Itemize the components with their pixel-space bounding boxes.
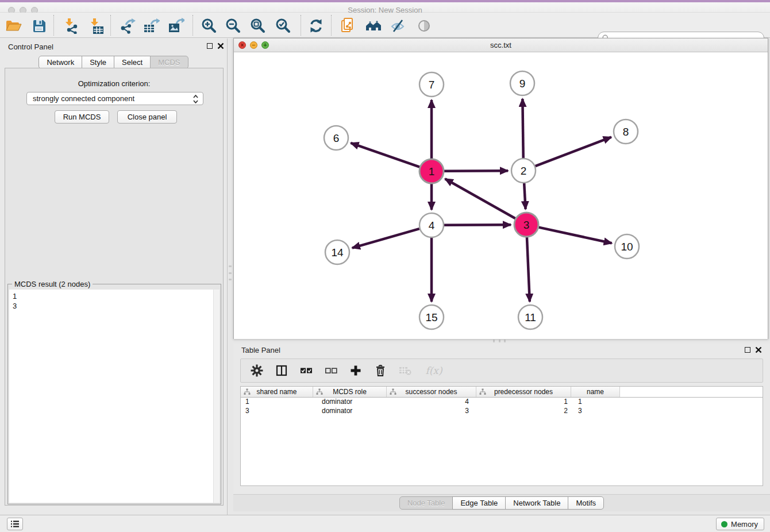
memory-button[interactable]: Memory bbox=[716, 518, 764, 530]
zoom-fit-icon[interactable] bbox=[249, 17, 267, 34]
app-titlebar: Session: New Session bbox=[0, 0, 770, 13]
graph-edge-3-1[interactable] bbox=[445, 179, 515, 218]
graph-node-label-4: 4 bbox=[429, 219, 435, 232]
memory-status-icon bbox=[721, 521, 727, 527]
network-window-title: scc.txt bbox=[234, 41, 768, 49]
run-mcds-button[interactable]: Run MCDS bbox=[55, 110, 109, 124]
graph-edge-4-3[interactable] bbox=[444, 225, 511, 225]
mcds-result-textarea[interactable]: 1 3 bbox=[9, 290, 220, 503]
table-tab-1[interactable]: Edge Table bbox=[452, 496, 506, 510]
node-table-header: shared name MCDS role successor nodes pr… bbox=[241, 387, 763, 398]
save-session-icon[interactable] bbox=[30, 17, 48, 34]
float-panel-icon[interactable] bbox=[207, 43, 213, 49]
export-image-icon[interactable] bbox=[167, 17, 184, 34]
control-tab-2[interactable]: Select bbox=[114, 56, 151, 69]
mcds-result-group: MCDS result (2 nodes) 1 3 bbox=[7, 284, 221, 504]
table-row[interactable]: 1 dominator 4 1 1 bbox=[241, 398, 763, 407]
mcds-panel: Optimization criterion: strongly connect… bbox=[5, 68, 224, 506]
network-window-titlebar[interactable]: × − + scc.txt bbox=[234, 38, 768, 52]
control-panel: Control Panel Network Style Select MCDS … bbox=[0, 38, 228, 515]
export-network-icon[interactable] bbox=[118, 17, 136, 34]
column-header-filler bbox=[620, 387, 763, 397]
column-header-shared-name[interactable]: shared name bbox=[241, 387, 313, 397]
column-header-predecessor-nodes[interactable]: predecessor nodes bbox=[476, 387, 571, 397]
table-row[interactable]: 3 dominator 3 2 3 bbox=[241, 407, 763, 416]
column-header-mcds-role[interactable]: MCDS role bbox=[313, 387, 387, 397]
table-panel-title: Table Panel bbox=[241, 346, 280, 354]
column-type-icon bbox=[244, 388, 251, 395]
toolbar-separator bbox=[301, 15, 301, 36]
close-panel-icon[interactable] bbox=[217, 43, 224, 49]
vertical-splitter-handle[interactable] bbox=[229, 265, 232, 280]
graph-node-label-8: 8 bbox=[623, 126, 629, 138]
zoom-out-icon[interactable] bbox=[225, 17, 242, 34]
graph-node-label-1: 1 bbox=[429, 165, 435, 178]
graph-edge-1-6[interactable] bbox=[351, 143, 419, 167]
graph-edge-2-3[interactable] bbox=[524, 183, 525, 209]
network-window: × − + scc.txt 7968124314101511 bbox=[233, 38, 768, 339]
table-settings-icon[interactable] bbox=[250, 364, 264, 377]
import-network-icon[interactable] bbox=[63, 17, 80, 34]
control-tab-0[interactable]: Network bbox=[38, 56, 82, 69]
optimization-criterion-label: Optimization criterion: bbox=[5, 79, 223, 88]
graph-edge-1-2[interactable] bbox=[444, 171, 508, 171]
deselect-all-icon[interactable] bbox=[324, 364, 338, 377]
graph-node-label-6: 6 bbox=[333, 132, 340, 144]
graph-node-label-2: 2 bbox=[521, 165, 527, 177]
toolbar-separator bbox=[53, 15, 54, 36]
delete-table-icon[interactable] bbox=[398, 364, 412, 377]
toolbar-separator bbox=[331, 15, 332, 36]
column-type-icon bbox=[316, 388, 323, 395]
first-neighbors-icon[interactable] bbox=[365, 17, 382, 34]
graph-edge-2-8[interactable] bbox=[536, 137, 611, 167]
node-table: shared name MCDS role successor nodes pr… bbox=[240, 386, 763, 486]
graph-edge-2-9[interactable] bbox=[522, 99, 523, 158]
show-all-icon[interactable] bbox=[415, 17, 433, 34]
zoom-selected-icon[interactable] bbox=[275, 17, 292, 34]
control-tab-3[interactable]: MCDS bbox=[150, 56, 188, 69]
toggle-columns-icon[interactable] bbox=[275, 364, 288, 377]
graph-edge-3-10[interactable] bbox=[538, 228, 611, 244]
network-canvas[interactable]: 7968124314101511 bbox=[234, 52, 768, 339]
task-history-button[interactable] bbox=[7, 518, 23, 530]
control-panel-header: Control Panel bbox=[0, 38, 227, 53]
close-panel-button[interactable]: Close panel bbox=[117, 110, 177, 124]
import-table-icon[interactable] bbox=[88, 17, 105, 34]
criterion-select[interactable]: strongly connected component bbox=[26, 92, 203, 105]
graph-edge-4-14[interactable] bbox=[352, 229, 419, 248]
graph-node-label-11: 11 bbox=[525, 311, 536, 323]
mcds-result-scrollbar[interactable] bbox=[213, 290, 220, 503]
float-table-panel-icon[interactable] bbox=[745, 347, 750, 353]
hide-selected-icon[interactable] bbox=[390, 17, 407, 34]
graph-edge-3-11[interactable] bbox=[527, 237, 530, 302]
column-type-icon bbox=[479, 388, 486, 395]
table-panel: Table Panel bbox=[233, 344, 770, 511]
open-session-icon[interactable] bbox=[5, 17, 22, 34]
graph-node-label-9: 9 bbox=[519, 78, 526, 90]
table-tab-3[interactable]: Motifs bbox=[568, 496, 604, 510]
close-table-panel-icon[interactable] bbox=[755, 346, 762, 353]
delete-selection-icon[interactable] bbox=[374, 364, 387, 377]
add-column-icon[interactable] bbox=[349, 364, 363, 377]
graph-node-label-10: 10 bbox=[621, 241, 633, 253]
mcds-result-title: MCDS result (2 nodes) bbox=[12, 280, 93, 288]
control-panel-tabs: Network Style Select MCDS bbox=[0, 56, 227, 69]
toolbar-separator bbox=[192, 15, 193, 36]
select-all-icon[interactable] bbox=[299, 364, 313, 377]
zoom-in-icon[interactable] bbox=[201, 17, 218, 34]
fx-label: f(x) bbox=[425, 365, 442, 376]
horizontal-splitter-handle[interactable] bbox=[493, 340, 506, 342]
table-tab-2[interactable]: Network Table bbox=[505, 496, 568, 510]
column-header-name[interactable]: name bbox=[571, 387, 620, 397]
function-builder-icon[interactable]: f(x) bbox=[423, 364, 445, 377]
clone-network-icon[interactable] bbox=[340, 17, 357, 34]
column-header-successor-nodes[interactable]: successor nodes bbox=[387, 387, 476, 397]
column-type-icon bbox=[390, 388, 396, 395]
criterion-value: strongly connected component bbox=[33, 94, 134, 103]
control-tab-1[interactable]: Style bbox=[82, 56, 114, 69]
list-icon bbox=[10, 520, 20, 528]
toolbar-separator bbox=[110, 15, 111, 36]
export-table-icon[interactable] bbox=[143, 17, 160, 34]
refresh-view-icon[interactable] bbox=[307, 17, 325, 34]
table-tab-0[interactable]: Node Table bbox=[399, 496, 453, 510]
